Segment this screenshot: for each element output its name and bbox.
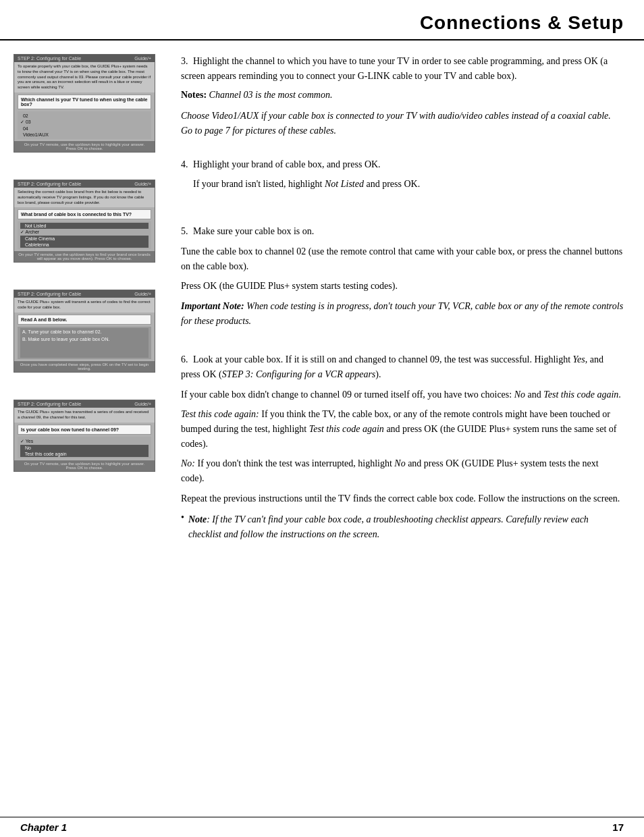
- footer-page-number: 17: [612, 821, 624, 833]
- ss2-header: STEP 2: Configuring for Cable Guide/+: [14, 180, 155, 188]
- screenshot-2: STEP 2: Configuring for Cable Guide/+ Se…: [14, 180, 155, 263]
- content-area: STEP 2: Configuring for Cable Guide/+ To…: [0, 40, 644, 576]
- ss4-header: STEP 2: Configuring for Cable Guide/+: [14, 400, 155, 408]
- steps-column: 3. Highlight the channel to which you ha…: [181, 54, 624, 562]
- step-5: 5. Make sure your cable box is on. Tune …: [181, 224, 624, 333]
- step-3: 3. Highlight the channel to which you ha…: [181, 54, 624, 138]
- step-6: 6. Look at your cable box. If it is stil…: [181, 352, 624, 542]
- page-title: Connections & Setup: [20, 12, 624, 34]
- footer-chapter-label: Chapter 1: [20, 821, 67, 833]
- screenshots-column: STEP 2: Configuring for Cable Guide/+ To…: [14, 54, 169, 562]
- screenshot-3: STEP 2: Configuring for Cable Guide/+ Th…: [14, 290, 155, 373]
- ss1-header: STEP 2: Configuring for Cable Guide/+: [14, 55, 155, 62]
- page-header: Connections & Setup: [0, 0, 644, 40]
- screenshot-1: STEP 2: Configuring for Cable Guide/+ To…: [14, 54, 155, 153]
- screenshot-4: STEP 2: Configuring for Cable Guide/+ Th…: [14, 400, 155, 472]
- ss3-header: STEP 2: Configuring for Cable Guide/+: [14, 290, 155, 298]
- page-footer: Chapter 1 17: [0, 817, 644, 837]
- step-4: 4. Highlight your brand of cable box, an…: [181, 157, 624, 197]
